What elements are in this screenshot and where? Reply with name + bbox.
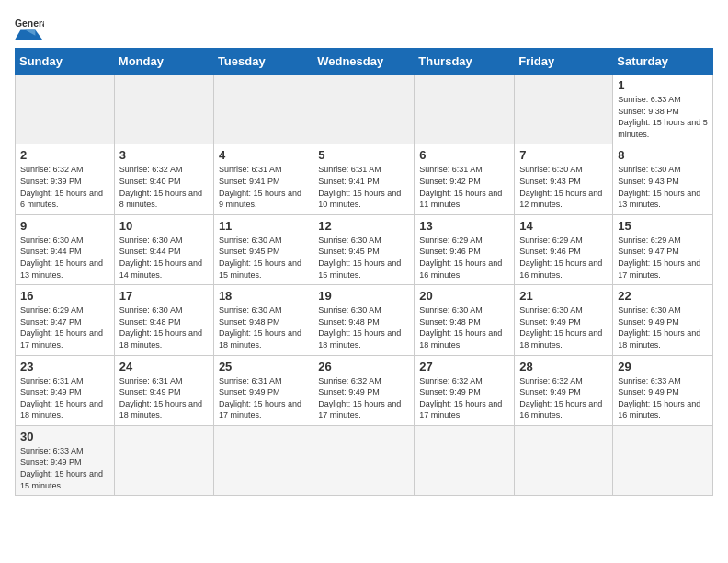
calendar-week-row: 16Sunrise: 6:29 AM Sunset: 9:47 PM Dayli… [16, 285, 713, 355]
calendar-week-row: 2Sunrise: 6:32 AM Sunset: 9:39 PM Daylig… [16, 144, 713, 214]
calendar-cell [114, 425, 213, 495]
calendar-cell [415, 425, 515, 495]
day-number: 29 [618, 360, 708, 373]
calendar-cell [114, 75, 213, 144]
day-info: Sunrise: 6:33 AM Sunset: 9:49 PM Dayligh… [20, 445, 109, 491]
page-header: General [15, 15, 713, 40]
calendar-cell: 23Sunrise: 6:31 AM Sunset: 9:49 PM Dayli… [16, 355, 115, 425]
calendar-cell: 14Sunrise: 6:29 AM Sunset: 9:46 PM Dayli… [515, 214, 613, 284]
day-number: 4 [219, 148, 308, 162]
day-number: 24 [119, 360, 209, 373]
day-info: Sunrise: 6:30 AM Sunset: 9:43 PM Dayligh… [618, 164, 708, 210]
day-number: 1 [618, 78, 708, 92]
day-info: Sunrise: 6:30 AM Sunset: 9:48 PM Dayligh… [219, 304, 308, 350]
calendar-cell: 13Sunrise: 6:29 AM Sunset: 9:46 PM Dayli… [415, 214, 515, 284]
calendar-cell [213, 75, 313, 144]
day-info: Sunrise: 6:30 AM Sunset: 9:44 PM Dayligh… [119, 235, 209, 281]
calendar-cell: 5Sunrise: 6:31 AM Sunset: 9:41 PM Daylig… [313, 144, 415, 214]
calendar-cell: 11Sunrise: 6:30 AM Sunset: 9:45 PM Dayli… [213, 214, 313, 284]
calendar-cell: 24Sunrise: 6:31 AM Sunset: 9:49 PM Dayli… [114, 355, 213, 425]
day-info: Sunrise: 6:31 AM Sunset: 9:49 PM Dayligh… [219, 375, 308, 421]
calendar-cell: 18Sunrise: 6:30 AM Sunset: 9:48 PM Dayli… [213, 285, 313, 355]
day-number: 7 [519, 148, 608, 162]
calendar-cell: 30Sunrise: 6:33 AM Sunset: 9:49 PM Dayli… [16, 425, 115, 495]
calendar-cell: 8Sunrise: 6:30 AM Sunset: 9:43 PM Daylig… [613, 144, 713, 214]
day-info: Sunrise: 6:30 AM Sunset: 9:43 PM Dayligh… [519, 164, 608, 210]
calendar-cell: 4Sunrise: 6:31 AM Sunset: 9:41 PM Daylig… [213, 144, 313, 214]
day-info: Sunrise: 6:30 AM Sunset: 9:44 PM Dayligh… [20, 235, 109, 281]
calendar-cell: 1Sunrise: 6:33 AM Sunset: 9:38 PM Daylig… [613, 75, 713, 144]
calendar-cell [313, 425, 415, 495]
day-info: Sunrise: 6:30 AM Sunset: 9:48 PM Dayligh… [119, 304, 209, 350]
day-info: Sunrise: 6:29 AM Sunset: 9:47 PM Dayligh… [618, 235, 708, 281]
calendar-table: SundayMondayTuesdayWednesdayThursdayFrid… [15, 48, 713, 496]
calendar-cell [515, 425, 613, 495]
svg-text:General: General [15, 18, 44, 29]
calendar-cell: 21Sunrise: 6:30 AM Sunset: 9:49 PM Dayli… [515, 285, 613, 355]
weekday-header: Saturday [613, 49, 713, 75]
calendar-cell: 17Sunrise: 6:30 AM Sunset: 9:48 PM Dayli… [114, 285, 213, 355]
day-info: Sunrise: 6:30 AM Sunset: 9:49 PM Dayligh… [618, 304, 708, 350]
day-info: Sunrise: 6:30 AM Sunset: 9:49 PM Dayligh… [519, 304, 608, 350]
day-info: Sunrise: 6:33 AM Sunset: 9:38 PM Dayligh… [618, 94, 708, 140]
day-number: 22 [618, 289, 708, 303]
calendar-cell: 19Sunrise: 6:30 AM Sunset: 9:48 PM Dayli… [313, 285, 415, 355]
day-info: Sunrise: 6:32 AM Sunset: 9:40 PM Dayligh… [119, 164, 209, 210]
calendar-cell: 29Sunrise: 6:33 AM Sunset: 9:49 PM Dayli… [613, 355, 713, 425]
calendar-cell: 22Sunrise: 6:30 AM Sunset: 9:49 PM Dayli… [613, 285, 713, 355]
calendar-cell [515, 75, 613, 144]
calendar-week-row: 30Sunrise: 6:33 AM Sunset: 9:49 PM Dayli… [16, 425, 713, 495]
day-number: 5 [318, 148, 409, 162]
weekday-header: Friday [515, 49, 613, 75]
day-number: 17 [119, 289, 209, 303]
weekday-header: Sunday [16, 49, 115, 75]
calendar-cell: 6Sunrise: 6:31 AM Sunset: 9:42 PM Daylig… [415, 144, 515, 214]
day-number: 27 [419, 360, 509, 373]
day-info: Sunrise: 6:31 AM Sunset: 9:49 PM Dayligh… [119, 375, 209, 421]
day-info: Sunrise: 6:30 AM Sunset: 9:48 PM Dayligh… [318, 304, 409, 350]
day-number: 18 [219, 289, 308, 303]
weekday-header: Wednesday [313, 49, 415, 75]
day-number: 30 [20, 430, 109, 443]
day-info: Sunrise: 6:31 AM Sunset: 9:41 PM Dayligh… [219, 164, 308, 210]
day-number: 20 [419, 289, 509, 303]
calendar-cell: 10Sunrise: 6:30 AM Sunset: 9:44 PM Dayli… [114, 214, 213, 284]
day-info: Sunrise: 6:32 AM Sunset: 9:49 PM Dayligh… [519, 375, 608, 421]
day-info: Sunrise: 6:32 AM Sunset: 9:49 PM Dayligh… [419, 375, 509, 421]
calendar-cell [415, 75, 515, 144]
day-info: Sunrise: 6:31 AM Sunset: 9:49 PM Dayligh… [20, 375, 109, 421]
weekday-header: Tuesday [213, 49, 313, 75]
calendar-cell [16, 75, 115, 144]
calendar-cell [213, 425, 313, 495]
calendar-cell: 2Sunrise: 6:32 AM Sunset: 9:39 PM Daylig… [16, 144, 115, 214]
day-info: Sunrise: 6:30 AM Sunset: 9:48 PM Dayligh… [419, 304, 509, 350]
day-number: 23 [20, 360, 109, 373]
day-number: 13 [419, 219, 509, 233]
day-info: Sunrise: 6:32 AM Sunset: 9:49 PM Dayligh… [318, 375, 409, 421]
day-number: 19 [318, 289, 409, 303]
calendar-cell: 12Sunrise: 6:30 AM Sunset: 9:45 PM Dayli… [313, 214, 415, 284]
day-info: Sunrise: 6:32 AM Sunset: 9:39 PM Dayligh… [20, 164, 109, 210]
day-number: 26 [318, 360, 409, 373]
day-info: Sunrise: 6:33 AM Sunset: 9:49 PM Dayligh… [618, 375, 708, 421]
day-info: Sunrise: 6:29 AM Sunset: 9:46 PM Dayligh… [419, 235, 509, 281]
day-info: Sunrise: 6:31 AM Sunset: 9:42 PM Dayligh… [419, 164, 509, 210]
day-info: Sunrise: 6:31 AM Sunset: 9:41 PM Dayligh… [318, 164, 409, 210]
day-number: 14 [519, 219, 608, 233]
calendar-cell: 26Sunrise: 6:32 AM Sunset: 9:49 PM Dayli… [313, 355, 415, 425]
weekday-header: Monday [114, 49, 213, 75]
calendar-cell: 3Sunrise: 6:32 AM Sunset: 9:40 PM Daylig… [114, 144, 213, 214]
day-number: 10 [119, 219, 209, 233]
calendar-cell: 9Sunrise: 6:30 AM Sunset: 9:44 PM Daylig… [16, 214, 115, 284]
day-number: 28 [519, 360, 608, 373]
calendar-cell [613, 425, 713, 495]
logo-icon: General [15, 15, 44, 40]
day-number: 16 [20, 289, 109, 303]
day-number: 2 [20, 148, 109, 162]
day-number: 12 [318, 219, 409, 233]
weekday-header-row: SundayMondayTuesdayWednesdayThursdayFrid… [16, 49, 713, 75]
day-number: 11 [219, 219, 308, 233]
day-info: Sunrise: 6:30 AM Sunset: 9:45 PM Dayligh… [219, 235, 308, 281]
calendar-cell: 15Sunrise: 6:29 AM Sunset: 9:47 PM Dayli… [613, 214, 713, 284]
calendar-cell: 7Sunrise: 6:30 AM Sunset: 9:43 PM Daylig… [515, 144, 613, 214]
